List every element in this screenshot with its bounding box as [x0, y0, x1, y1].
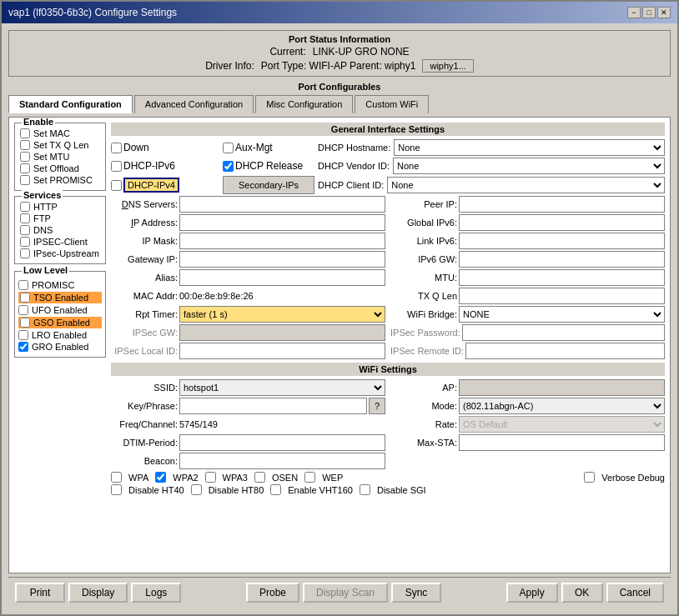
tab-standard[interactable]: Standard Configuration [8, 95, 133, 113]
display-button[interactable]: Display [68, 583, 128, 603]
dhcp-ipv4-checkbox[interactable] [111, 180, 122, 191]
tso-checkbox[interactable] [20, 293, 30, 303]
set-mtu-row: Set MTU [20, 152, 100, 162]
low-level-group: Low Level PROMISC TSO Enabled UFO Enable… [14, 271, 106, 358]
http-checkbox[interactable] [20, 202, 30, 212]
ufo-checkbox[interactable] [18, 305, 28, 315]
mode-label: Mode: [390, 401, 457, 411]
dhcp-client-select[interactable]: None [387, 177, 665, 193]
sync-button[interactable]: Sync [391, 583, 441, 603]
ipsec-upstream-checkbox[interactable] [20, 248, 30, 258]
wifi-bridge-select[interactable]: NONE [459, 306, 665, 323]
dhcp-release-checkbox[interactable] [223, 161, 234, 172]
tso-label: TSO Enabled [33, 293, 88, 303]
wpa-label: WPA [128, 473, 148, 483]
dns-servers-label: DNS Servers: [111, 199, 178, 209]
aux-mgt-checkbox[interactable] [223, 143, 234, 153]
enable-vht160-checkbox[interactable] [270, 484, 281, 495]
mode-select[interactable]: (802.11abgn-AC) [459, 398, 665, 414]
wifi-settings-section: WiFi Settings SSID: hotspot1 AP: [111, 363, 665, 495]
gro-label: GRO Enabled [32, 342, 88, 352]
ftp-row: FTP [20, 213, 100, 223]
dhcp-vendor-label: DHCP Vendor ID: [318, 161, 390, 171]
dhcp-release-label: DHCP Release [235, 160, 303, 172]
ipsec-remote-id-label: IPSec Remote ID: [390, 346, 464, 356]
rate-select[interactable]: OS Default [459, 416, 665, 433]
max-sta-input[interactable]: 2007 [459, 434, 665, 451]
set-mtu-label: Set MTU [33, 152, 69, 162]
logs-button[interactable]: Logs [131, 583, 181, 603]
dhcp-hostname-select[interactable]: None [394, 139, 665, 156]
ipsec-gw-input[interactable]: 0.0.0.0 [179, 324, 385, 341]
set-promisc-checkbox[interactable] [20, 175, 30, 185]
ip-address-input[interactable]: 10.2.2.1 [179, 214, 385, 231]
apply-button[interactable]: Apply [506, 583, 558, 603]
wpa3-checkbox[interactable] [205, 472, 216, 483]
verbose-debug-checkbox[interactable] [584, 472, 595, 483]
beacon-input[interactable]: 240 [179, 453, 385, 469]
ssid-select[interactable]: hotspot1 [179, 379, 385, 396]
ipsec-password-input[interactable] [462, 324, 665, 341]
keyphrase-input[interactable] [179, 398, 367, 414]
gateway-ip-label: Gateway IP: [111, 254, 178, 264]
down-checkbox[interactable] [111, 143, 122, 153]
peer-ip-input[interactable]: NA [459, 196, 665, 213]
promisc-checkbox[interactable] [18, 280, 28, 290]
wep-checkbox[interactable] [304, 472, 315, 483]
set-mac-checkbox[interactable] [20, 128, 30, 138]
close-button[interactable]: ✕ [657, 7, 671, 18]
gateway-ip-input[interactable]: 0.0.0.0 [179, 251, 385, 268]
ipsec-remote-id-input[interactable] [465, 343, 665, 359]
dhcp-vendor-select[interactable]: None [393, 158, 665, 174]
dhcp-ipv6-checkbox[interactable] [111, 161, 122, 172]
probe-button[interactable]: Probe [246, 583, 299, 603]
set-txq-checkbox[interactable] [20, 140, 30, 150]
ok-button[interactable]: OK [561, 583, 603, 603]
link-ipv6-input[interactable]: AUTO [459, 233, 665, 249]
osen-checkbox[interactable] [254, 472, 265, 483]
minimize-button[interactable]: − [627, 7, 641, 18]
ip-mask-input[interactable]: 255.255.255.0 [179, 233, 385, 249]
tx-q-len-input[interactable]: 1000 [459, 288, 665, 304]
osen-label: OSEN [272, 473, 298, 483]
tab-custom[interactable]: Custom WiFi [355, 95, 429, 113]
disable-sgi-checkbox[interactable] [360, 484, 370, 495]
lro-checkbox[interactable] [18, 330, 28, 340]
question-mark-button[interactable]: ? [369, 398, 385, 414]
set-promisc-label: Set PROMISC [33, 175, 93, 185]
set-offload-checkbox[interactable] [20, 163, 30, 173]
set-mtu-checkbox[interactable] [20, 152, 30, 162]
gso-checkbox[interactable] [20, 318, 30, 328]
dns-checkbox[interactable] [20, 225, 30, 235]
cancel-button[interactable]: Cancel [606, 583, 664, 603]
keyphrase-label: Key/Phrase: [111, 401, 178, 411]
tab-misc[interactable]: Misc Configuration [255, 95, 353, 113]
disable-ht80-checkbox[interactable] [191, 484, 202, 495]
print-button[interactable]: Print [15, 583, 65, 603]
wiphy-button[interactable]: wiphy1... [422, 59, 473, 73]
display-scan-button[interactable]: Display Scan [303, 583, 388, 603]
tab-content: Enable Set MAC Set TX Q Len Set MTU [8, 117, 671, 573]
mtu-input[interactable]: 1500 [459, 269, 665, 286]
disable-ht40-checkbox[interactable] [111, 484, 122, 495]
main-content: Enable Set MAC Set TX Q Len Set MTU [14, 123, 665, 495]
ipsec-client-checkbox[interactable] [20, 237, 30, 247]
maximize-button[interactable]: □ [642, 7, 656, 18]
set-mac-row: Set MAC [20, 128, 100, 138]
gro-checkbox[interactable] [18, 342, 28, 352]
wpa-checkbox[interactable] [111, 472, 122, 483]
wpa2-checkbox[interactable] [155, 472, 166, 483]
rpt-timer-select[interactable]: faster (1 s) [179, 306, 385, 323]
alias-input[interactable] [179, 269, 385, 286]
enable-vht160-label: Enable VHT160 [288, 485, 353, 495]
promisc-label: PROMISC [32, 280, 74, 290]
dtim-input[interactable]: 2 [179, 434, 385, 451]
ipsec-local-id-input[interactable] [179, 343, 385, 359]
ftp-checkbox[interactable] [20, 213, 30, 223]
global-ipv6-input[interactable]: AUTO [459, 214, 665, 231]
secondary-ips-button[interactable]: Secondary-IPs [223, 176, 314, 194]
dns-servers-input[interactable]: BLANK [179, 196, 385, 213]
ipv6-gw-input[interactable]: AUTO [459, 251, 665, 268]
tab-advanced[interactable]: Advanced Configuration [134, 95, 254, 113]
verbose-debug-label: Verbose Debug [601, 473, 665, 483]
